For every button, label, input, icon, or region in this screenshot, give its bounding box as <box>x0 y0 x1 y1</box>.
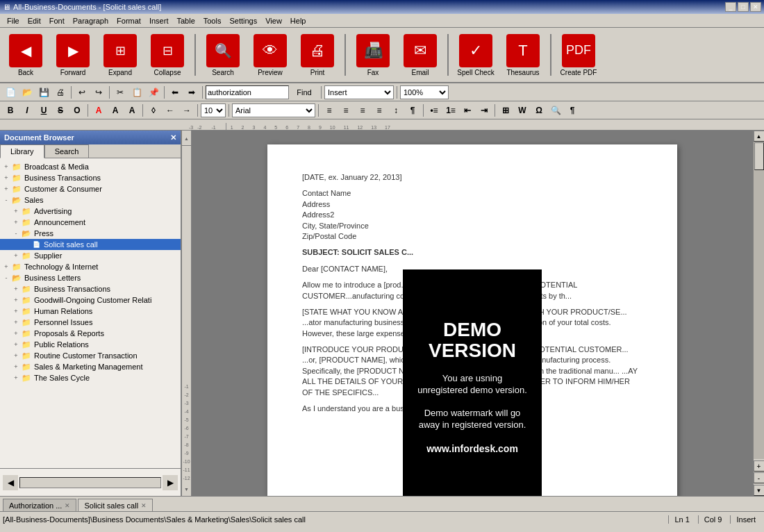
spellcheck-button[interactable]: ✓ Spell Check <box>454 30 497 80</box>
omega-button[interactable]: Ω <box>531 103 547 118</box>
menu-edit[interactable]: Edit <box>24 15 45 26</box>
tab-library[interactable]: Library <box>0 144 44 158</box>
paragraph-space-button[interactable]: ¶ <box>405 103 420 118</box>
highlight-button[interactable]: A <box>108 103 123 118</box>
fax-button[interactable]: 📠 Fax <box>351 30 395 80</box>
tree-item-broadcast[interactable]: + 📁 Broadcast & Media <box>0 161 181 172</box>
tree-item-sales[interactable]: - 📂 Sales <box>0 194 181 206</box>
close-button[interactable]: ✕ <box>750 2 761 12</box>
menu-table[interactable]: Table <box>172 15 199 26</box>
menu-tools[interactable]: Tools <box>199 15 226 26</box>
tree-item-human[interactable]: + 📁 Human Relations <box>0 306 181 317</box>
strikethrough-button[interactable]: S <box>53 103 68 118</box>
forward-button[interactable]: ▶ Forward <box>51 30 94 80</box>
menu-view[interactable]: View <box>261 15 286 26</box>
align-left-button[interactable]: ≡ <box>322 103 337 118</box>
open-button[interactable]: 📂 <box>19 85 35 100</box>
back-button[interactable]: ◀ Back <box>4 30 47 80</box>
expander-technology[interactable]: + <box>1 262 11 272</box>
expand-button[interactable]: ⊞ Expand <box>99 30 142 80</box>
tree-item-salesmarketing[interactable]: + 📁 Sales & Marketing Management <box>0 361 181 372</box>
tree-item-bustrans[interactable]: + 📁 Business Transactions <box>0 172 181 183</box>
tree-item-salescycle[interactable]: + 📁 The Sales Cycle <box>0 372 181 383</box>
tree-item-goodwill[interactable]: + 📁 Goodwill-Ongoing Customer Relati <box>0 294 181 306</box>
scroll-thumb[interactable] <box>754 142 764 170</box>
expander-broadcast[interactable]: + <box>1 162 11 172</box>
expander-bustrans2[interactable]: + <box>11 284 21 294</box>
font-name-select[interactable]: Arial <box>232 103 315 117</box>
menu-help[interactable]: Help <box>286 15 310 26</box>
createpdf-button[interactable]: PDF Create PDF <box>557 30 600 80</box>
expander-salescycle[interactable]: + <box>11 373 21 383</box>
expander-announcement[interactable]: + <box>11 217 21 227</box>
cut-button[interactable]: ✂ <box>113 85 128 100</box>
new-button[interactable]: 📄 <box>3 85 18 100</box>
font-size-select[interactable]: 10 <box>201 103 226 117</box>
tree-item-routine[interactable]: + 📁 Routine Customer Transaction <box>0 350 181 361</box>
tree-item-personnel[interactable]: + 📁 Personnel Issues <box>0 317 181 328</box>
menu-insert[interactable]: Insert <box>145 15 173 26</box>
tree-scroll-right[interactable]: ▶ <box>163 475 178 490</box>
menu-font[interactable]: Font <box>45 15 69 26</box>
browser-close-button[interactable]: ✕ <box>170 133 176 142</box>
expander-press[interactable]: - <box>11 228 21 238</box>
expander-bustrans[interactable]: + <box>1 173 11 183</box>
search-button[interactable]: 🔍 Search <box>201 30 244 80</box>
redo-button[interactable]: ↪ <box>91 85 106 100</box>
paste-button[interactable]: 📌 <box>146 85 161 100</box>
tree-item-announcement[interactable]: + 📁 Announcement <box>0 217 181 228</box>
tab-solicit-close[interactable]: ✕ <box>141 502 147 509</box>
tree-item-bustrans2[interactable]: + 📁 Business Transactions <box>0 283 181 294</box>
tree-item-public[interactable]: + 📁 Public Relations <box>0 339 181 350</box>
save-button[interactable]: 💾 <box>36 85 51 100</box>
expander-personnel[interactable]: + <box>11 317 21 327</box>
find-button[interactable]: Find <box>290 85 318 100</box>
preview-button[interactable]: 👁 Preview <box>249 30 292 80</box>
tree-item-press[interactable]: - 📂 Press <box>0 228 181 239</box>
minimize-button[interactable]: _ <box>725 2 736 12</box>
paragraph-mark-button[interactable]: ¶ <box>565 103 580 118</box>
scroll-zoom-in[interactable]: + <box>754 460 765 472</box>
content-area[interactable]: [DATE, ex. January 22, 2013] Contact Nam… <box>192 131 753 496</box>
bullets-button[interactable]: •≡ <box>426 103 442 118</box>
scroll-up-button[interactable]: ▲ <box>754 131 765 142</box>
menu-format[interactable]: Format <box>113 15 145 26</box>
document-scroll-area[interactable]: [DATE, ex. January 22, 2013] Contact Nam… <box>192 131 753 496</box>
line-space-button[interactable]: ↕ <box>388 103 404 118</box>
tab-solicit[interactable]: Solicit sales call ✕ <box>78 499 153 511</box>
tree-item-advertising[interactable]: + 📁 Advertising <box>0 206 181 217</box>
italic-button[interactable]: I <box>19 103 35 118</box>
tree-item-supplier[interactable]: + 📁 Supplier <box>0 250 181 261</box>
background-button[interactable]: A <box>124 103 140 118</box>
tree-scroll-left[interactable]: ◀ <box>3 475 18 490</box>
menu-paragraph[interactable]: Paragraph <box>69 15 113 26</box>
expander-human[interactable]: + <box>11 306 21 316</box>
expander-customer[interactable]: + <box>1 184 11 194</box>
decrease-indent-button[interactable]: ⇤ <box>460 103 475 118</box>
table-insert-button[interactable]: ⊞ <box>498 103 513 118</box>
align-center-button[interactable]: ≡ <box>338 103 354 118</box>
expander-advertising[interactable]: + <box>11 206 21 216</box>
expander-supplier[interactable]: + <box>11 251 21 260</box>
restore-button[interactable]: □ <box>738 2 749 12</box>
watermark-button[interactable]: W <box>515 103 530 118</box>
insert-dropdown[interactable]: Insert <box>324 85 394 99</box>
search-input[interactable] <box>206 85 289 99</box>
print-small-button[interactable]: 🖨 <box>53 85 68 100</box>
left-align-button[interactable]: ⬅ <box>167 85 183 100</box>
symbol-button[interactable]: ◊ <box>146 103 161 118</box>
right-align-button[interactable]: ➡ <box>184 85 199 100</box>
document-page[interactable]: [DATE, ex. January 22, 2013] Contact Nam… <box>267 144 677 496</box>
zoom-select[interactable]: 100% <box>400 85 449 99</box>
bold-button[interactable]: B <box>3 103 18 118</box>
expander-sales[interactable]: - <box>1 195 11 205</box>
scroll-track[interactable] <box>754 142 765 459</box>
underline-button[interactable]: U <box>36 103 51 118</box>
print-button[interactable]: 🖨 Print <box>296 30 339 80</box>
thesaurus-button[interactable]: T Thesaurus <box>501 30 545 80</box>
copy-button[interactable]: 📋 <box>129 85 144 100</box>
numbering-button[interactable]: 1≡ <box>443 103 458 118</box>
expander-routine[interactable]: + <box>11 351 21 360</box>
justify-button[interactable]: ≡ <box>372 103 387 118</box>
outline-button[interactable]: O <box>69 103 85 118</box>
